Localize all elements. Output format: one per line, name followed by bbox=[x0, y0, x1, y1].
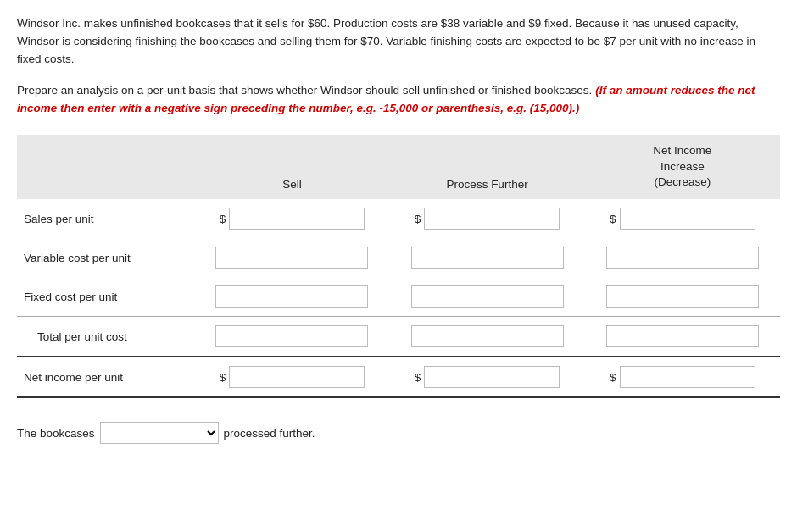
dollar-sign-net-income-process: $ bbox=[415, 371, 421, 384]
cell-sales-net: $ bbox=[585, 199, 780, 238]
instruction-text-before: Prepare an analysis on a per-unit basis … bbox=[17, 84, 595, 97]
input-variable-net[interactable] bbox=[606, 247, 759, 269]
header-sell: Sell bbox=[194, 135, 389, 200]
dollar-sign-sales-net: $ bbox=[610, 213, 616, 225]
intro-paragraph: Windsor Inc. makes unfinished bookcases … bbox=[17, 15, 780, 69]
cell-sales-process: $ bbox=[390, 199, 585, 238]
row-sales: Sales per unit $ $ $ bbox=[17, 199, 780, 238]
row-net-income: Net income per unit $ $ $ bbox=[17, 357, 780, 397]
cell-variable-process bbox=[390, 238, 585, 277]
analysis-table: Sell Process Further Net Income Increase… bbox=[17, 135, 780, 399]
cell-net-income-sell: $ bbox=[194, 357, 389, 397]
row-variable-cost: Variable cost per unit bbox=[17, 238, 780, 277]
label-sales: Sales per unit bbox=[17, 199, 194, 238]
cell-fixed-net bbox=[585, 277, 780, 317]
input-total-process[interactable] bbox=[411, 325, 564, 347]
input-fixed-sell[interactable] bbox=[215, 285, 368, 308]
cell-total-process bbox=[390, 317, 585, 357]
label-variable-cost: Variable cost per unit bbox=[17, 238, 194, 277]
input-total-sell[interactable] bbox=[215, 325, 368, 347]
header-increase-label: Increase bbox=[660, 160, 705, 173]
cell-variable-sell bbox=[194, 238, 389, 277]
input-fixed-process[interactable] bbox=[411, 285, 564, 308]
input-sales-sell[interactable] bbox=[229, 208, 365, 230]
input-sales-net[interactable] bbox=[620, 208, 755, 230]
cell-variable-net bbox=[585, 238, 780, 277]
dollar-sign-net-income-net: $ bbox=[610, 371, 616, 384]
dollar-sign-net-income-sell: $ bbox=[220, 371, 226, 384]
cell-fixed-process bbox=[390, 277, 585, 317]
header-net-income: Net Income Increase (Decrease) bbox=[585, 135, 780, 200]
bottom-section: The bookcases should be should not be pr… bbox=[17, 422, 780, 444]
cell-net-income-net: $ bbox=[585, 357, 780, 397]
input-net-income-net[interactable] bbox=[620, 366, 755, 388]
bottom-dropdown[interactable]: should be should not be bbox=[100, 422, 219, 444]
cell-fixed-sell bbox=[194, 277, 389, 317]
label-net-income: Net income per unit bbox=[17, 357, 194, 397]
input-total-net[interactable] bbox=[606, 325, 759, 347]
instruction-paragraph: Prepare an analysis on a per-unit basis … bbox=[17, 82, 780, 118]
cell-sales-sell: $ bbox=[194, 199, 389, 238]
bottom-suffix: processed further. bbox=[224, 427, 315, 440]
cell-total-sell bbox=[194, 317, 389, 357]
table-header-row: Sell Process Further Net Income Increase… bbox=[17, 135, 780, 200]
label-total-cost: Total per unit cost bbox=[17, 317, 194, 357]
header-label-col bbox=[17, 135, 194, 200]
input-variable-process[interactable] bbox=[411, 247, 564, 269]
row-fixed-cost: Fixed cost per unit bbox=[17, 277, 780, 317]
input-net-income-sell[interactable] bbox=[229, 366, 365, 388]
input-net-income-process[interactable] bbox=[424, 366, 560, 388]
header-process-further: Process Further bbox=[390, 135, 585, 200]
input-variable-sell[interactable] bbox=[215, 247, 368, 269]
input-sales-process[interactable] bbox=[424, 208, 560, 230]
dollar-sign-sales-sell: $ bbox=[220, 213, 226, 225]
cell-net-income-process: $ bbox=[390, 357, 585, 397]
cell-total-net bbox=[585, 317, 780, 357]
input-fixed-net[interactable] bbox=[606, 285, 759, 308]
label-fixed-cost: Fixed cost per unit bbox=[17, 277, 194, 317]
row-total-cost: Total per unit cost bbox=[17, 317, 780, 357]
bottom-label: The bookcases bbox=[17, 427, 95, 440]
dollar-sign-sales-process: $ bbox=[415, 213, 421, 225]
